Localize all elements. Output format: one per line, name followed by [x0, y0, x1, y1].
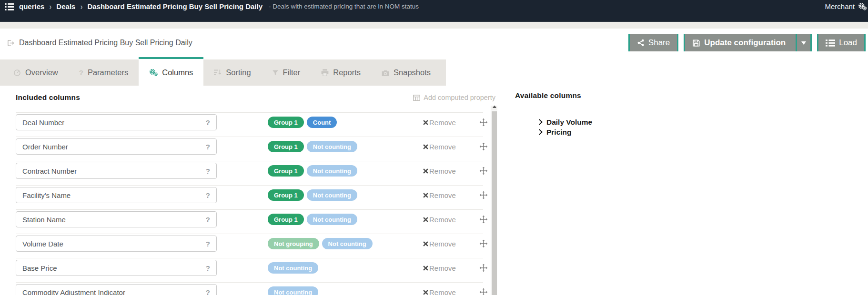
share-button[interactable]: Share — [628, 34, 678, 51]
badge-not-counting[interactable]: Not counting — [307, 189, 357, 201]
breadcrumb-item[interactable]: Deals — [56, 2, 75, 10]
load-button[interactable]: Load — [817, 34, 866, 51]
remove-button[interactable]: Remove — [423, 191, 459, 199]
badge-group-1[interactable]: Group 1 — [268, 165, 304, 177]
remove-button[interactable]: Remove — [423, 167, 459, 175]
badge-not-grouping[interactable]: Not grouping — [268, 238, 319, 249]
remove-button[interactable]: Remove — [423, 216, 459, 224]
included-column-row: Base Price?Not countingRemove — [16, 258, 483, 282]
badge-count[interactable]: Count — [307, 117, 337, 128]
column-badges: Group 1Not counting — [268, 165, 423, 177]
save-icon — [692, 39, 700, 47]
badge-not-counting[interactable]: Not counting — [268, 262, 318, 274]
remove-label: Remove — [429, 240, 456, 248]
filter-icon — [272, 69, 279, 76]
breadcrumb-separator-icon: › — [80, 1, 82, 11]
badge-not-counting[interactable]: Not counting — [307, 214, 357, 225]
column-name: Order Number — [22, 143, 68, 151]
column-name-field[interactable]: Station Name? — [16, 211, 217, 227]
update-configuration-button[interactable]: Update configuration — [684, 34, 812, 51]
included-column-row: Volume Date?Not groupingNot countingRemo… — [16, 234, 483, 258]
help-icon[interactable]: ? — [206, 288, 210, 295]
tab-label: Snapshots — [394, 68, 431, 77]
help-icon[interactable]: ? — [206, 240, 210, 248]
column-name-field[interactable]: Facility's Name? — [16, 187, 217, 203]
drag-handle-icon[interactable] — [479, 191, 488, 199]
add-computed-property-label: Add computed property — [424, 94, 495, 101]
column-name: Deal Number — [22, 118, 64, 127]
help-icon[interactable]: ? — [206, 167, 210, 175]
report-icon — [321, 69, 329, 76]
column-badges: Group 1Count — [268, 117, 423, 128]
badge-group-1[interactable]: Group 1 — [268, 117, 304, 128]
tab-sorting[interactable]: Sorting — [203, 59, 261, 86]
help-icon[interactable]: ? — [206, 118, 210, 127]
drag-handle-icon[interactable] — [479, 215, 488, 224]
load-button-label: Load — [839, 38, 857, 48]
badge-group-1[interactable]: Group 1 — [268, 214, 304, 225]
column-name-field[interactable]: Order Number? — [16, 138, 217, 155]
column-badges: Group 1Not counting — [268, 214, 423, 225]
breadcrumb-separator-icon: › — [49, 1, 51, 11]
remove-button[interactable]: Remove — [423, 240, 459, 248]
drag-handle-icon[interactable] — [479, 264, 488, 272]
column-name-field[interactable]: Volume Date? — [16, 236, 217, 252]
drag-handle-icon[interactable] — [479, 288, 488, 295]
update-configuration-dropdown[interactable] — [796, 34, 810, 51]
tab-label: Parameters — [88, 68, 128, 77]
help-icon[interactable]: ? — [206, 143, 210, 151]
page-title: Dashboard Estimated Pricing Buy Sell Pri… — [19, 39, 192, 47]
tab-columns[interactable]: Columns — [139, 57, 203, 86]
help-icon[interactable]: ? — [206, 191, 210, 199]
drag-handle-icon[interactable] — [479, 118, 488, 127]
help-icon[interactable]: ? — [206, 264, 210, 272]
tab-parameters[interactable]: ?Parameters — [69, 59, 139, 86]
badge-group-1[interactable]: Group 1 — [268, 141, 304, 152]
included-column-row: Deal Number?Group 1CountRemove — [16, 112, 483, 137]
query-description: - Deals with estimated pricing that are … — [269, 3, 419, 10]
remove-button[interactable]: Remove — [423, 143, 459, 151]
content-area: Included columns Add computed property D… — [0, 91, 868, 295]
breadcrumb-item[interactable]: queries — [19, 2, 44, 10]
included-column-row: Facility's Name?Group 1Not countingRemov… — [16, 185, 483, 209]
scroll-up-icon — [493, 106, 496, 108]
menu-icon[interactable] — [5, 3, 14, 10]
caret-down-icon — [801, 41, 806, 45]
column-name-field[interactable]: Contract Number? — [16, 163, 217, 179]
sort-icon — [214, 69, 222, 76]
scroll-up-button[interactable] — [491, 106, 497, 110]
remove-button[interactable]: Remove — [423, 118, 459, 127]
drag-handle-icon[interactable] — [479, 239, 488, 248]
tab-overview[interactable]: Overview — [3, 59, 69, 86]
drag-handle-icon[interactable] — [479, 142, 488, 151]
column-name-field[interactable]: Base Price? — [16, 260, 217, 276]
available-column-pricing[interactable]: Pricing — [537, 127, 592, 137]
remove-button[interactable]: Remove — [423, 264, 459, 272]
column-name-field[interactable]: Commodity Adjustment Indicator? — [16, 284, 217, 295]
add-computed-property-button[interactable]: Add computed property — [413, 94, 495, 101]
badge-not-counting[interactable]: Not counting — [307, 165, 357, 177]
available-columns-heading: Available columns — [515, 91, 581, 99]
account-menu[interactable]: Merchant — [825, 2, 867, 10]
tab-reports[interactable]: Reports — [311, 59, 371, 86]
breadcrumb-item[interactable]: Dashboard Estimated Pricing Buy Sell Pri… — [87, 2, 262, 10]
badge-not-counting[interactable]: Not counting — [307, 141, 357, 152]
column-name: Commodity Adjustment Indicator — [22, 288, 125, 295]
help-icon[interactable]: ? — [206, 216, 210, 224]
badge-not-counting[interactable]: Not counting — [268, 286, 318, 295]
update-configuration-main[interactable]: Update configuration — [692, 38, 786, 48]
tab-label: Filter — [283, 68, 301, 77]
scrollbar-thumb[interactable] — [492, 111, 497, 295]
scrollbar[interactable] — [491, 106, 497, 295]
included-columns-list: Deal Number?Group 1CountRemoveOrder Numb… — [16, 106, 497, 295]
export-icon — [7, 39, 15, 47]
drag-handle-icon[interactable] — [479, 167, 488, 175]
badge-not-counting[interactable]: Not counting — [322, 238, 373, 249]
available-column-daily-volume[interactable]: Daily Volume — [537, 117, 592, 127]
tab-filter[interactable]: Filter — [262, 59, 311, 86]
remove-button[interactable]: Remove — [423, 288, 459, 295]
column-name-field[interactable]: Deal Number? — [16, 114, 217, 130]
tab-snapshots[interactable]: Snapshots — [371, 59, 441, 86]
badge-group-1[interactable]: Group 1 — [268, 189, 304, 201]
remove-label: Remove — [429, 288, 456, 295]
